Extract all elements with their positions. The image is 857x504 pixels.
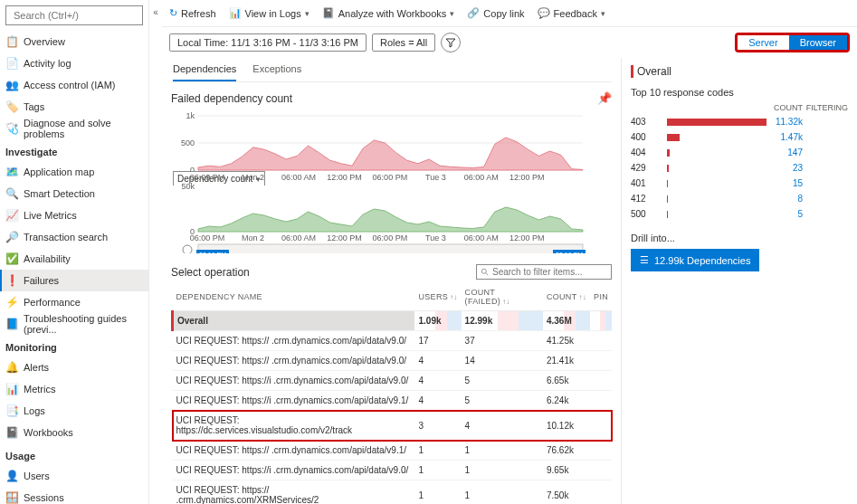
nav-item-diagnose-and-solve-problems[interactable]: 🩺Diagnose and solve problems <box>0 118 148 139</box>
roles-pill[interactable]: Roles = All <box>372 33 435 52</box>
nav-item-performance[interactable]: ⚡Performance <box>0 291 148 313</box>
refresh-button[interactable]: ↻Refresh <box>169 7 216 19</box>
table-row[interactable]: UCI REQUEST: https://i .crm.dynamics.com… <box>173 371 613 391</box>
nav-item-troubleshooting-guides-previ-[interactable]: 📘Troubleshooting guides (previ... <box>0 313 148 335</box>
nav-item-transaction-search[interactable]: 🔎Transaction search <box>0 226 148 248</box>
cell-count: 10.12k <box>543 411 590 441</box>
table-row[interactable]: UCI REQUEST: https://dc.services.visuals… <box>173 411 613 441</box>
failed-dependency-chart[interactable]: 05001kDependency count ▾050k06:00 PM06:0… <box>171 109 612 253</box>
response-code-row[interactable]: 404 147 <box>631 145 848 160</box>
nav-label: Alerts <box>24 362 49 373</box>
col-users[interactable]: USERS↑↓ <box>414 283 461 311</box>
server-toggle[interactable]: Server <box>738 35 788 50</box>
cell-users: 1.09k <box>414 311 461 331</box>
nav-item-application-map[interactable]: 🗺️Application map <box>0 161 148 183</box>
cell-failed: 37 <box>462 331 543 351</box>
cell-pin[interactable] <box>590 441 612 461</box>
analyze-button[interactable]: 📓Analyze with Workbooks▾ <box>322 7 455 19</box>
svg-text:06:00 AM: 06:00 AM <box>464 233 499 242</box>
svg-text:06:00 PM: 06:00 PM <box>373 173 408 182</box>
rc-code: 401 <box>631 178 667 188</box>
cell-pin[interactable] <box>590 351 612 371</box>
svg-text:Tue 3: Tue 3 <box>425 173 446 182</box>
response-code-row[interactable]: 429 23 <box>631 160 848 176</box>
col-failed[interactable]: COUNT (FAILED)↑↓ <box>462 283 543 311</box>
pin-icon[interactable]: 📌 <box>597 91 612 105</box>
table-row[interactable]: UCI REQUEST: https:// .crm.dynamics.com/… <box>173 331 613 351</box>
cell-pin[interactable] <box>590 331 612 351</box>
tab-exceptions[interactable]: Exceptions <box>252 58 301 81</box>
nav-item-alerts[interactable]: 🔔Alerts <box>0 357 148 378</box>
svg-rect-26 <box>198 244 583 253</box>
cell-pin[interactable] <box>590 461 612 480</box>
nav-icon: ❗ <box>5 274 18 287</box>
table-row[interactable]: UCI REQUEST: https:// .crm.dynamics.com/… <box>173 351 613 371</box>
nav-item-metrics[interactable]: 📊Metrics <box>0 378 148 400</box>
col-count[interactable]: COUNT↑↓ <box>543 283 590 311</box>
left-column: Dependencies Exceptions Failed dependenc… <box>162 58 622 504</box>
nav-item-failures[interactable]: ❗Failures <box>0 270 148 291</box>
nav-item-access-control-iam-[interactable]: 👥Access control (IAM) <box>0 74 148 96</box>
nav-icon: 🔔 <box>5 361 18 374</box>
svg-text:12:00 PM: 12:00 PM <box>509 173 545 182</box>
response-code-row[interactable]: 412 8 <box>631 191 848 206</box>
nav-item-smart-detection[interactable]: 🔍Smart Detection <box>0 183 148 204</box>
table-row[interactable]: Overall 1.09k 12.99k 4.36M <box>173 311 613 331</box>
nav-item-sessions[interactable]: 🪟Sessions <box>0 487 148 504</box>
cell-failed: 14 <box>462 351 543 371</box>
table-row[interactable]: UCI REQUEST: https://i .crm.dynamics.com… <box>173 461 613 480</box>
table-row[interactable]: UCI REQUEST: https:// .crm.dynamics.com/… <box>173 480 613 505</box>
nav-item-live-metrics[interactable]: 📈Live Metrics <box>0 204 148 226</box>
copy-link-button[interactable]: 🔗Copy link <box>467 7 524 19</box>
col-name[interactable]: DEPENDENCY NAME <box>173 283 415 311</box>
browser-toggle[interactable]: Browser <box>789 35 847 50</box>
sidebar-collapse[interactable]: « <box>149 0 162 504</box>
operation-search-input[interactable] <box>492 267 607 277</box>
search-input[interactable] <box>14 10 138 21</box>
response-code-row[interactable]: 400 1.47k <box>631 129 848 145</box>
svg-text:500: 500 <box>181 138 195 147</box>
feedback-button[interactable]: 💬Feedback▾ <box>538 7 605 19</box>
cell-failed: 5 <box>462 391 543 411</box>
filter-button[interactable] <box>441 33 461 52</box>
sidebar: 📋Overview📄Activity log👥Access control (I… <box>0 0 149 504</box>
response-code-row[interactable]: 500 5 <box>631 206 848 222</box>
view-logs-button[interactable]: 📊View in Logs▾ <box>229 7 309 19</box>
rc-code: 500 <box>631 209 667 219</box>
nav-item-users[interactable]: 👤Users <box>0 465 148 487</box>
nav-label: Diagnose and solve problems <box>24 118 143 139</box>
table-row[interactable]: UCI REQUEST: https:// .crm.dynamics.com/… <box>173 441 613 461</box>
time-range-pill[interactable]: Local Time: 11/1 3:16 PM - 11/3 3:16 PM <box>169 33 367 52</box>
nav-icon: 🔍 <box>5 187 18 200</box>
nav-item-logs[interactable]: 📑Logs <box>0 400 148 422</box>
sidebar-search[interactable] <box>5 5 143 25</box>
nav-section-monitoring: Monitoring <box>0 335 148 357</box>
cell-pin[interactable] <box>590 311 612 331</box>
cell-pin[interactable] <box>590 411 612 441</box>
cell-count: 76.62k <box>543 441 590 461</box>
cell-pin[interactable] <box>590 480 612 505</box>
server-browser-toggle[interactable]: Server Browser <box>735 33 850 52</box>
nav-item-availability[interactable]: ✅Availability <box>0 248 148 270</box>
cell-failed: 4 <box>462 411 543 441</box>
cell-pin[interactable] <box>590 371 612 391</box>
tab-dependencies[interactable]: Dependencies <box>173 58 236 81</box>
rc-code: 404 <box>631 147 667 157</box>
response-codes-header: COUNT FILTERING <box>631 101 848 114</box>
drill-dependencies-button[interactable]: ☰ 12.99k Dependencies <box>631 249 759 271</box>
operation-search[interactable] <box>476 264 612 280</box>
nav-item-overview[interactable]: 📋Overview <box>0 31 148 52</box>
table-row[interactable]: UCI REQUEST: https://i .crm.dynamics.com… <box>173 391 613 411</box>
cell-pin[interactable] <box>590 391 612 411</box>
nav-label: Live Metrics <box>24 210 77 221</box>
nav-label: Metrics <box>24 384 55 395</box>
nav-label: Failures <box>24 275 59 286</box>
nav-item-workbooks[interactable]: 📓Workbooks <box>0 422 148 443</box>
response-code-row[interactable]: 403 11.32k <box>631 114 848 129</box>
nav-item-tags[interactable]: 🏷️Tags <box>0 96 148 118</box>
chart-title: Failed dependency count <box>171 92 292 105</box>
list-icon: ☰ <box>640 254 649 266</box>
nav-item-activity-log[interactable]: 📄Activity log <box>0 52 148 74</box>
cell-count: 6.65k <box>543 371 590 391</box>
response-code-row[interactable]: 401 15 <box>631 176 848 191</box>
